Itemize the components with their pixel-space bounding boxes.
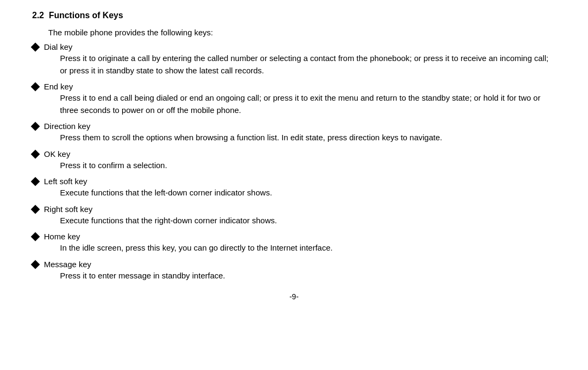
bullet-icon bbox=[31, 205, 40, 214]
key-name: OK key bbox=[44, 149, 70, 158]
list-item: Dial keyPress it to originate a call by … bbox=[32, 42, 556, 77]
bullet-icon bbox=[31, 232, 40, 241]
list-item: Message keyPress it to enter message in … bbox=[32, 260, 556, 282]
key-header: Home key bbox=[32, 232, 556, 241]
list-item: End keyPress it to end a call being dial… bbox=[32, 82, 556, 116]
page-number: -9- bbox=[32, 292, 556, 301]
bullet-icon bbox=[31, 122, 40, 131]
key-header: Dial key bbox=[32, 42, 556, 51]
key-description: In the idle screen, press this key, you … bbox=[60, 242, 556, 254]
key-list: Dial keyPress it to originate a call by … bbox=[32, 42, 556, 282]
key-name: End key bbox=[44, 82, 73, 91]
key-description: Execute functions that the right-down co… bbox=[60, 215, 556, 227]
key-description: Press it to confirm a selection. bbox=[60, 160, 556, 172]
bullet-icon bbox=[31, 177, 40, 186]
list-item: Left soft keyExecute functions that the … bbox=[32, 177, 556, 199]
key-name: Message key bbox=[44, 260, 91, 269]
key-description: Press it to enter message in standby int… bbox=[60, 270, 556, 282]
key-header: Right soft key bbox=[32, 205, 556, 214]
key-header: Direction key bbox=[32, 122, 556, 131]
bullet-icon bbox=[31, 260, 40, 269]
key-header: Left soft key bbox=[32, 177, 556, 186]
key-header: OK key bbox=[32, 149, 556, 158]
bullet-icon bbox=[31, 149, 40, 158]
key-description: Press it to originate a call by entering… bbox=[60, 52, 556, 77]
bullet-icon bbox=[31, 43, 40, 52]
list-item: Direction keyPress them to scroll the op… bbox=[32, 122, 556, 144]
intro-text: The mobile phone provides the following … bbox=[48, 28, 556, 37]
key-description: Press them to scroll the options when br… bbox=[60, 132, 556, 144]
section-number: 2.2 bbox=[32, 11, 44, 20]
section-title: 2.2 Functions of Keys bbox=[32, 11, 556, 20]
list-item: OK keyPress it to confirm a selection. bbox=[32, 149, 556, 172]
key-name: Left soft key bbox=[44, 177, 87, 186]
key-header: Message key bbox=[32, 260, 556, 269]
key-name: Home key bbox=[44, 232, 80, 241]
list-item: Home keyIn the idle screen, press this k… bbox=[32, 232, 556, 254]
list-item: Right soft keyExecute functions that the… bbox=[32, 205, 556, 227]
key-name: Direction key bbox=[44, 122, 91, 131]
key-header: End key bbox=[32, 82, 556, 91]
bullet-icon bbox=[31, 82, 40, 92]
key-description: Execute functions that the left-down cor… bbox=[60, 187, 556, 199]
key-name: Dial key bbox=[44, 42, 72, 51]
key-name: Right soft key bbox=[44, 205, 93, 214]
key-description: Press it to end a call being dialed or e… bbox=[60, 92, 556, 116]
section-heading: Functions of Keys bbox=[49, 11, 123, 20]
